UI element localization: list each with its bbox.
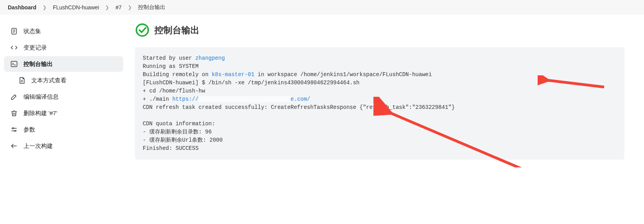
- breadcrumb-project[interactable]: FLushCDN-huawei: [53, 4, 99, 11]
- console-line: - 缓存刷新剩余目录数: 96: [143, 129, 212, 135]
- breadcrumb-build[interactable]: #7: [115, 4, 122, 11]
- chevron-right-icon: ❯: [128, 5, 132, 10]
- sidebar-item-status[interactable]: 状态集: [4, 23, 123, 39]
- node-link[interactable]: k8s-master-01: [212, 71, 254, 78]
- console-line: + ./main: [143, 96, 172, 102]
- sliders-icon: [10, 126, 18, 133]
- sidebar-item-label: 文本方式查看: [31, 77, 66, 84]
- sidebar-item-label: 删除构建 '#7': [23, 110, 57, 117]
- page-title: 控制台输出: [154, 24, 199, 36]
- file-icon: [18, 76, 26, 84]
- document-icon: [10, 27, 18, 35]
- console-line: Running as SYSTEM: [143, 63, 199, 69]
- sidebar-item-label: 变更记录: [23, 44, 47, 52]
- url-link[interactable]: https:// e.com/: [172, 96, 310, 102]
- sidebar-item-console[interactable]: 控制台输出: [4, 56, 123, 72]
- console-line: Building remotely on: [143, 71, 212, 78]
- console-line: [FLushCDN-huawei] $ /bin/sh -xe /tmp/jen…: [143, 80, 360, 86]
- page-header: 控制台输出: [135, 23, 624, 37]
- user-link[interactable]: zhangpeng: [195, 55, 225, 61]
- breadcrumb-current: 控制台输出: [138, 4, 165, 11]
- edit-icon: [10, 93, 18, 101]
- sidebar: 状态集 变更记录 控制台输出 文本方式查看 编辑编译信息: [4, 15, 123, 167]
- arrow-left-icon: [10, 142, 18, 150]
- console-line: - 缓存刷新剩余Url条数: 2000: [143, 137, 222, 143]
- sidebar-item-edit-build[interactable]: 编辑编译信息: [4, 89, 123, 105]
- terminal-icon: [10, 60, 18, 68]
- console-line: + cd /home/flush-hw: [143, 88, 205, 94]
- sidebar-item-changes[interactable]: 变更记录: [4, 40, 123, 55]
- sidebar-item-label: 状态集: [23, 28, 41, 35]
- svg-point-12: [13, 128, 14, 129]
- breadcrumb-dashboard[interactable]: Dashboard: [8, 4, 36, 11]
- chevron-right-icon: ❯: [43, 5, 47, 10]
- svg-rect-4: [11, 61, 17, 66]
- success-check-icon: [135, 23, 150, 37]
- console-line: Started by user: [143, 55, 195, 61]
- sidebar-item-label: 参数: [23, 126, 35, 133]
- console-output: Started by user zhangpeng Running as SYS…: [135, 47, 624, 160]
- sidebar-item-label: 上一次构建: [23, 142, 53, 150]
- sidebar-item-delete[interactable]: 删除构建 '#7': [4, 105, 123, 121]
- sidebar-item-label: 控制台输出: [23, 60, 53, 68]
- sidebar-item-parameters[interactable]: 参数: [4, 122, 123, 137]
- svg-point-15: [136, 24, 148, 36]
- sidebar-item-label: 编辑编译信息: [23, 93, 59, 101]
- svg-point-13: [14, 130, 16, 132]
- code-icon: [10, 44, 18, 52]
- console-line: CDN refresh task created successfully: C…: [143, 104, 455, 110]
- sidebar-item-previous-build[interactable]: 上一次构建: [4, 138, 123, 154]
- sidebar-item-plaintext[interactable]: 文本方式查看: [4, 73, 123, 88]
- console-line: Finished: SUCCESS: [143, 145, 199, 151]
- trash-icon: [10, 109, 18, 117]
- main-content: 控制台输出 Started by user zhangpeng Running …: [123, 15, 640, 167]
- console-line: in workspace /home/jenkins1/workspace/FL…: [255, 71, 432, 78]
- chevron-right-icon: ❯: [105, 5, 109, 10]
- console-line: CDN quota information:: [143, 121, 215, 127]
- breadcrumb: Dashboard ❯ FLushCDN-huawei ❯ #7 ❯ 控制台输出: [0, 0, 644, 15]
